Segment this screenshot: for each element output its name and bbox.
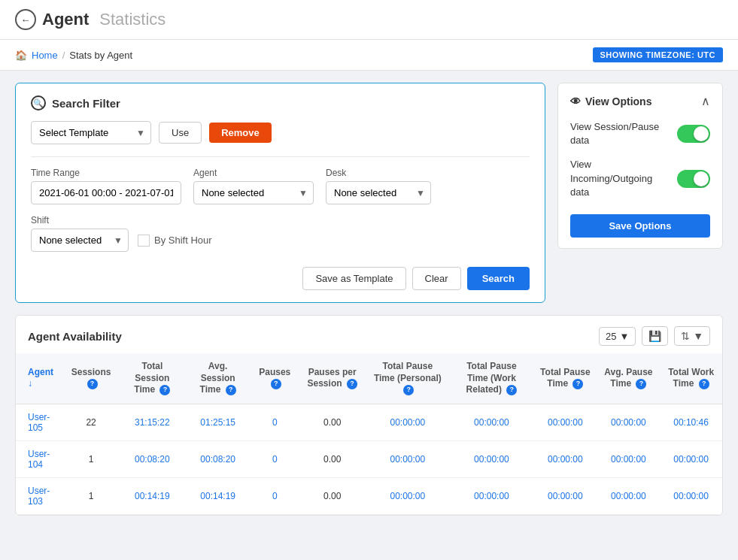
availability-table: Agent ↓ Sessions ? Total Session Time ? …: [16, 353, 722, 515]
session-pause-toggle[interactable]: [677, 125, 710, 143]
agent-cell[interactable]: User-104: [16, 440, 63, 477]
sessions-cell: 22: [63, 404, 120, 440]
save-template-button[interactable]: Save as Template: [302, 267, 405, 290]
availability-header: Agent Availability 25 ▼ 💾 ⇅ ▼: [16, 316, 722, 353]
col-total-session-time: Total Session Time ?: [120, 353, 186, 404]
pauses-per-session-help-icon[interactable]: ?: [347, 379, 357, 389]
table-wrapper: Agent ↓ Sessions ? Total Session Time ? …: [16, 353, 722, 515]
view-options-title: 👁 View Options: [570, 95, 651, 107]
back-button[interactable]: ←: [15, 9, 36, 30]
home-icon: 🏠: [15, 50, 27, 61]
total-pause-work-cell: 00:00:00: [450, 404, 534, 440]
avg-pause-time-cell: 00:00:00: [597, 440, 661, 477]
template-select-wrapper[interactable]: Select Template ▼: [31, 121, 151, 144]
incoming-outgoing-toggle[interactable]: [677, 170, 710, 188]
agent-cell[interactable]: User-103: [16, 477, 63, 514]
template-select[interactable]: Select Template: [31, 121, 151, 144]
table-row: User-105 22 31:15:22 01:25:15 0 0.00 00:…: [16, 404, 722, 440]
total-session-time-cell: 00:14:19: [120, 477, 186, 514]
incoming-outgoing-knob: [694, 171, 709, 186]
use-button[interactable]: Use: [159, 122, 202, 144]
col-pauses: Pauses ?: [251, 353, 299, 404]
pauses-per-session-cell: 0.00: [299, 404, 366, 440]
eye-icon: 👁: [570, 95, 581, 107]
save-options-button[interactable]: Save Options: [570, 214, 710, 238]
avg-pause-help-icon[interactable]: ?: [636, 379, 646, 389]
shift-select[interactable]: None selected: [31, 229, 129, 252]
desk-select[interactable]: None selected: [326, 181, 431, 204]
clear-button[interactable]: Clear: [412, 267, 461, 290]
divider: [31, 156, 530, 157]
page-size-select[interactable]: 25 ▼: [599, 327, 636, 346]
pauses-cell: 0: [251, 404, 299, 440]
incoming-outgoing-label: View Incoming/Outgoing data: [570, 158, 670, 199]
total-pause-help-icon[interactable]: ?: [572, 379, 583, 389]
pause-personal-help-icon[interactable]: ?: [403, 385, 414, 395]
agent-cell[interactable]: User-105: [16, 404, 63, 440]
col-agent[interactable]: Agent ↓: [16, 353, 63, 404]
agent-select-wrapper[interactable]: None selected ▼: [193, 181, 314, 204]
col-total-pause-work: Total Pause Time (Work Related) ?: [450, 353, 534, 404]
col-total-work-time: Total Work Time ?: [660, 353, 722, 404]
col-pauses-per-session: Pauses per Session ?: [299, 353, 366, 404]
by-shift-hour-label[interactable]: By Shift Hour: [138, 235, 212, 247]
session-pause-row: View Session/Pause data: [570, 120, 710, 147]
shift-group: Shift None selected ▼: [31, 215, 129, 252]
breadcrumb-bar: 🏠 Home / Stats by Agent SHOWING TIMEZONE…: [0, 40, 738, 71]
session-pause-label: View Session/Pause data: [570, 120, 670, 147]
breadcrumb-current: Stats by Agent: [69, 50, 132, 61]
remove-button[interactable]: Remove: [209, 123, 272, 143]
total-work-help-icon[interactable]: ?: [699, 379, 709, 389]
total-pause-personal-cell: 00:00:00: [366, 404, 450, 440]
total-pause-work-cell: 00:00:00: [450, 440, 534, 477]
sessions-help-icon[interactable]: ?: [87, 379, 98, 389]
pauses-cell: 0: [251, 440, 299, 477]
agent-label: Agent: [193, 168, 314, 178]
avg-pause-time-cell: 00:00:00: [597, 477, 661, 514]
breadcrumb-separator: /: [62, 50, 65, 61]
chevron-up-icon[interactable]: ∧: [701, 94, 710, 108]
col-avg-session-time: Avg. Session Time ?: [185, 353, 251, 404]
desk-label: Desk: [326, 168, 431, 178]
breadcrumb-home[interactable]: Home: [32, 50, 58, 61]
desk-group: Desk None selected ▼: [326, 168, 431, 204]
agent-select[interactable]: None selected: [193, 181, 314, 204]
availability-section: Agent Availability 25 ▼ 💾 ⇅ ▼ Agent ↓ Se…: [15, 315, 723, 516]
agent-group: Agent None selected ▼: [193, 168, 314, 204]
time-range-input[interactable]: [31, 181, 181, 204]
total-session-time-cell: 00:08:20: [120, 440, 186, 477]
page-title-main: Agent: [42, 10, 89, 29]
template-row: Select Template ▼ Use Remove: [31, 121, 530, 144]
availability-title: Agent Availability: [28, 330, 122, 343]
total-session-time-cell: 31:15:22: [120, 404, 186, 440]
pauses-help-icon[interactable]: ?: [271, 379, 281, 389]
column-toggle-button[interactable]: ⇅ ▼: [674, 326, 710, 346]
pauses-per-session-cell: 0.00: [299, 440, 366, 477]
sessions-cell: 1: [63, 440, 120, 477]
avg-session-time-cell: 01:25:15: [185, 404, 251, 440]
by-shift-hour-checkbox[interactable]: [138, 235, 150, 247]
export-button[interactable]: 💾: [642, 326, 668, 346]
col-avg-pause-time: Avg. Pause Time ?: [597, 353, 661, 404]
total-session-help-icon[interactable]: ?: [159, 385, 170, 395]
avg-session-help-icon[interactable]: ?: [226, 385, 236, 395]
session-pause-knob: [694, 126, 709, 141]
time-range-label: Time Range: [31, 168, 181, 178]
shift-select-wrapper[interactable]: None selected ▼: [31, 229, 129, 252]
table-row: User-104 1 00:08:20 00:08:20 0 0.00 00:0…: [16, 440, 722, 477]
back-icon: ←: [21, 14, 31, 26]
desk-select-wrapper[interactable]: None selected ▼: [326, 181, 431, 204]
col-total-pause-time: Total Pause Time ?: [533, 353, 597, 404]
total-work-time-cell: 00:10:46: [660, 404, 722, 440]
filter-row-1: Time Range Agent None selected ▼ Desk: [31, 168, 530, 204]
page-size-chevron: ▼: [619, 331, 629, 342]
search-button[interactable]: Search: [467, 267, 530, 290]
pause-work-help-icon[interactable]: ?: [506, 385, 517, 395]
avg-session-time-cell: 00:08:20: [185, 440, 251, 477]
view-options-card: 👁 View Options ∧ View Session/Pause data…: [557, 83, 723, 249]
availability-controls: 25 ▼ 💾 ⇅ ▼: [599, 326, 710, 346]
total-pause-time-cell: 00:00:00: [533, 404, 597, 440]
page-title-sub: Statistics: [99, 10, 166, 29]
col-total-pause-personal: Total Pause Time (Personal) ?: [366, 353, 450, 404]
total-work-time-cell: 00:00:00: [660, 440, 722, 477]
